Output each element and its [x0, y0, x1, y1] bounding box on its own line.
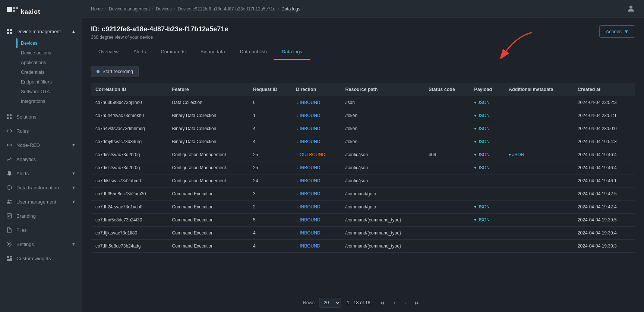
cell-metadata: [504, 187, 573, 201]
cell-feature: Configuration Management: [168, 161, 249, 174]
svg-point-23: [629, 6, 632, 9]
sidebar-item-settings[interactable]: Settings ▼: [0, 237, 82, 251]
payload-json-link[interactable]: ▾ JSON: [474, 100, 489, 105]
cell-created-at: 2024-04-04 19:46:1: [573, 174, 635, 187]
direction-value: ↓ INBOUND: [296, 178, 336, 183]
cell-request-id: 24: [249, 174, 291, 187]
cell-correlation-id: co7h5h4tsvac73dmokh0: [91, 109, 168, 122]
tab-data-logs[interactable]: Data logs: [274, 44, 310, 60]
sidebar-item-data-transformation[interactable]: Data transformation ▼: [0, 180, 82, 195]
topbar: Home › Device management › Devices › Dev…: [82, 0, 644, 18]
actions-chevron-icon: ▼: [624, 29, 629, 34]
cell-direction: ↑ OUTBOUND: [291, 148, 341, 161]
direction-value: ↑ OUTBOUND: [296, 152, 336, 157]
sidebar-item-branding[interactable]: Branding: [0, 209, 82, 223]
cell-status-code: 404: [424, 148, 470, 161]
start-recording-button[interactable]: Start recording: [91, 66, 139, 77]
direction-value: ↓ INBOUND: [296, 191, 336, 196]
actions-button[interactable]: Actions ▼: [599, 25, 635, 38]
svg-point-14: [10, 144, 12, 146]
rows-per-page-select[interactable]: 10 20 50 100: [319, 298, 341, 308]
svg-point-8: [7, 114, 9, 116]
breadcrumb-device-management[interactable]: Device management: [109, 6, 150, 12]
payload-json-link[interactable]: ▾ JSON: [474, 152, 489, 157]
cell-payload: ▾ JSON: [470, 161, 504, 174]
tab-overview[interactable]: Overview: [91, 44, 126, 60]
sidebar-item-device-management[interactable]: Device management ▲: [0, 24, 82, 38]
sidebar-item-analytics[interactable]: Analytics: [0, 152, 82, 166]
tab-binary-data[interactable]: Binary data: [193, 44, 233, 60]
cell-request-id: 4: [249, 135, 291, 148]
tab-data-logs-label: Data logs: [282, 49, 302, 54]
cell-correlation-id: co7h63t5e8dc73bj1ho0: [91, 96, 168, 109]
sidebar-label-applications: Applications: [21, 60, 46, 65]
sidebar-item-software-ota[interactable]: Software OTA: [16, 87, 82, 97]
svg-point-18: [9, 243, 10, 245]
chevron-down-icon-settings: ▼: [72, 242, 76, 246]
payload-json-link[interactable]: ▾ JSON: [474, 165, 489, 170]
cell-direction: ↓ INBOUND: [291, 135, 341, 148]
sidebar-item-alerts[interactable]: Alerts ▼: [0, 166, 82, 180]
tab-commands[interactable]: Commands: [153, 44, 193, 60]
svg-rect-7: [10, 32, 12, 34]
sidebar-item-rules[interactable]: Rules: [0, 124, 82, 138]
sidebar-item-files[interactable]: Files: [0, 223, 82, 237]
cell-direction: ↓ INBOUND: [291, 161, 341, 174]
cell-request-id: 2: [249, 201, 291, 214]
device-info: ID: c9212fe6-a18e-4d87-b23e-f17b12a5e71e…: [91, 25, 228, 40]
sidebar-item-applications[interactable]: Applications: [16, 58, 82, 67]
cell-status-code: [424, 135, 470, 148]
sidebar-item-user-management[interactable]: User management ▼: [0, 195, 82, 209]
sidebar-label-custom-widgets: Custom widgets: [16, 256, 51, 261]
cell-metadata: ▾ JSON: [504, 148, 573, 161]
svg-rect-19: [7, 256, 9, 258]
payload-json-link[interactable]: ▾ JSON: [474, 204, 489, 209]
first-page-button[interactable]: ⏮: [376, 298, 388, 307]
divider-1: [0, 108, 82, 108]
cell-status-code: [424, 201, 470, 214]
cell-request-id: 1: [249, 109, 291, 122]
payload-json-link[interactable]: ▾ JSON: [474, 126, 489, 131]
sidebar-item-device-actions[interactable]: Device actions: [16, 48, 82, 58]
payload-json-link[interactable]: ▾ JSON: [474, 113, 489, 118]
col-status-code: Status code: [424, 83, 470, 96]
sidebar-item-custom-widgets[interactable]: Custom widgets: [0, 251, 82, 265]
sidebar-label-endpoint-filters: Endpoint filters: [21, 79, 52, 85]
cell-resource-path: /command/{command_type}: [341, 240, 424, 253]
sidebar-item-node-red[interactable]: Node-RED ▼: [0, 138, 82, 152]
table-body: co7h63t5e8dc73bj1ho0 Data Collection 6 ↓…: [91, 96, 635, 253]
cell-created-at: 2024-04-04 23:50:0: [573, 122, 635, 135]
payload-json-link[interactable]: ▾ JSON: [474, 217, 489, 223]
sidebar-label-files: Files: [16, 227, 26, 233]
col-request-id: Request ID: [249, 83, 291, 96]
sidebar-item-endpoint-filters[interactable]: Endpoint filters: [16, 77, 82, 87]
last-page-button[interactable]: ⏭: [412, 298, 423, 307]
direction-value: ↓ INBOUND: [296, 100, 336, 105]
payload-json-link[interactable]: ▾ JSON: [474, 139, 489, 144]
sidebar-item-integrations[interactable]: Integrations: [16, 97, 82, 106]
breadcrumb-devices[interactable]: Devices: [156, 6, 172, 12]
col-direction: Direction: [291, 83, 341, 96]
breadcrumb-device-id[interactable]: Device c9212fe6-a18e-4d87-b23e-f17b12a5e…: [178, 6, 275, 12]
cell-resource-path: /command/goto: [341, 187, 424, 201]
cell-payload: [470, 227, 504, 240]
prev-page-button[interactable]: ‹: [391, 298, 398, 307]
cell-correlation-id: co7dfjktsvac73d1lf80: [91, 227, 168, 240]
next-page-button[interactable]: ›: [401, 298, 409, 307]
col-payload: Payload: [470, 83, 504, 96]
tab-alerts[interactable]: Alerts: [126, 44, 153, 60]
metadata-json-link[interactable]: ▾ JSON: [509, 152, 524, 157]
bell-icon: [6, 170, 13, 177]
cell-resource-path: /config/json: [341, 161, 424, 174]
red-arrow-annotation: [495, 29, 540, 59]
sidebar-item-credentials[interactable]: Credentials: [16, 67, 82, 77]
tab-data-publish[interactable]: Data publish: [233, 44, 274, 60]
sidebar-item-devices[interactable]: Devices: [16, 38, 82, 48]
sidebar-item-solutions[interactable]: Solutions: [0, 110, 82, 124]
cell-correlation-id: co7dfnd5e8dc73b24t30: [91, 214, 168, 227]
table-row: co7dfit5e8dc73b24adg Command Execution 4…: [91, 240, 635, 253]
breadcrumb-home[interactable]: Home: [91, 6, 103, 12]
grid-icon: [6, 28, 13, 35]
cell-resource-path: /command/goto: [341, 201, 424, 214]
user-icon[interactable]: [627, 4, 635, 13]
